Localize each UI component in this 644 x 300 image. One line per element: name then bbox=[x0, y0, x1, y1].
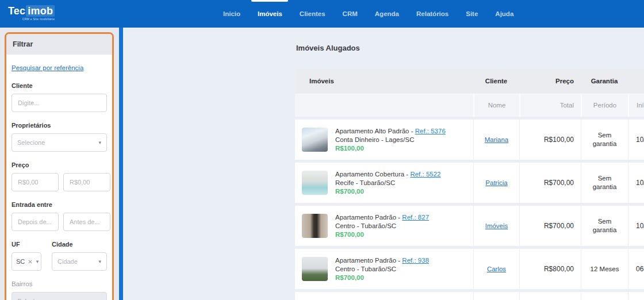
sidebar-scrollbar[interactable] bbox=[119, 28, 123, 300]
table-row[interactable]: Apartamento Padrão - Ref.: 827 Centro - … bbox=[295, 206, 644, 246]
remove-tag-icon[interactable]: ✕ bbox=[28, 259, 32, 265]
nav-item-agenda[interactable]: Agenda bbox=[375, 0, 399, 28]
logo-part-imob: imob bbox=[26, 5, 55, 17]
guarantee-value: Sem garantia bbox=[581, 174, 628, 191]
preco-max-input[interactable] bbox=[63, 173, 110, 191]
table-row[interactable]: Apartamento Padrão - Ref.: 957 bbox=[295, 292, 644, 300]
property-photo bbox=[302, 257, 328, 281]
subcol-nome: Nome bbox=[473, 94, 519, 117]
filter-panel-title: Filtrar bbox=[6, 34, 112, 55]
proprietarios-select-value: Selecione bbox=[17, 139, 98, 146]
bairros-select-value: Selecione bbox=[17, 298, 95, 300]
uf-label: UF bbox=[12, 241, 41, 248]
nav-item-imoveis[interactable]: Imóveis bbox=[258, 0, 282, 28]
subcol-periodo: Período bbox=[581, 94, 628, 117]
app-logo[interactable]: Tecimob CRM e Site Imobiliário bbox=[8, 5, 55, 21]
bairros-label: Bairros bbox=[12, 280, 107, 287]
uf-select[interactable]: SC ✕ ▾ bbox=[12, 252, 41, 271]
client-link[interactable]: Mariana bbox=[485, 136, 509, 143]
col-header-imoveis: Imóveis bbox=[295, 69, 473, 93]
main-nav: Inicio Imóveis Clientes CRM Agenda Relat… bbox=[223, 0, 513, 28]
guarantee-value: Sem garantia bbox=[581, 217, 628, 234]
total-value: R$700,00 bbox=[544, 179, 574, 187]
client-link[interactable]: Carlos bbox=[487, 266, 506, 272]
total-value: R$100,00 bbox=[544, 136, 574, 144]
top-navbar: Tecimob CRM e Site Imobiliário Inicio Im… bbox=[0, 0, 644, 28]
total-value: R$700,00 bbox=[544, 222, 574, 230]
total-value: R$800,00 bbox=[544, 265, 574, 273]
entrada-entre-label: Entrada entre bbox=[12, 201, 107, 208]
guarantee-value: Sem garantia bbox=[581, 131, 628, 148]
start-date: 06 bbox=[636, 265, 643, 273]
nav-item-crm[interactable]: CRM bbox=[343, 0, 358, 28]
guarantee-value: 12 Meses bbox=[582, 265, 627, 274]
bairros-select[interactable]: Selecione ⌄ bbox=[12, 292, 107, 300]
preco-min-input[interactable] bbox=[12, 173, 59, 191]
logo-part-tec: Tec bbox=[8, 5, 25, 17]
col-header-garantia: Garantia bbox=[581, 69, 628, 93]
dropdown-arrow-icon: ▾ bbox=[98, 140, 101, 145]
nav-item-clientes[interactable]: Clientes bbox=[300, 0, 325, 28]
property-photo bbox=[302, 171, 328, 195]
table-row[interactable]: Apartamento Alto Padrão - Ref.: 5376 Con… bbox=[295, 120, 644, 160]
property-ref-link[interactable]: Ref.: 938 bbox=[402, 257, 429, 264]
property-name: Apartamento Cobertura - bbox=[335, 171, 408, 178]
chevron-down-icon: ⌄ bbox=[94, 298, 102, 300]
dropdown-arrow-icon: ▾ bbox=[36, 259, 39, 264]
property-name: Apartamento Alto Padrão - bbox=[335, 128, 413, 134]
subcol-total: Total bbox=[519, 94, 581, 117]
table-row[interactable]: Apartamento Padrão - Ref.: 938 Centro - … bbox=[295, 249, 644, 289]
property-price: R$700,00 bbox=[335, 274, 429, 282]
property-location: Centro - Tubarão/SC bbox=[335, 222, 429, 230]
entrada-depois-input[interactable] bbox=[12, 213, 59, 231]
col-header-cliente: Cliente bbox=[473, 69, 519, 93]
nav-item-inicio[interactable]: Inicio bbox=[223, 0, 240, 28]
col-header-extra bbox=[628, 69, 644, 93]
property-photo bbox=[302, 214, 328, 238]
active-tab-indicator bbox=[251, 0, 288, 2]
subcol-empty bbox=[295, 94, 473, 117]
property-info: Apartamento Alto Padrão - Ref.: 5376 Con… bbox=[335, 127, 446, 153]
cliente-label: Cliente bbox=[12, 82, 107, 89]
property-price: R$700,00 bbox=[335, 187, 440, 196]
property-info: Apartamento Padrão - Ref.: 827 Centro - … bbox=[335, 213, 429, 239]
property-ref-link[interactable]: Ref.: 827 bbox=[402, 214, 429, 221]
property-ref-link[interactable]: Ref.: 5522 bbox=[410, 171, 440, 178]
proprietarios-label: Proprietários bbox=[12, 122, 107, 129]
proprietarios-select[interactable]: Selecione ▾ bbox=[12, 133, 107, 152]
start-date: 10/ bbox=[636, 136, 644, 144]
col-header-preco: Preço bbox=[519, 69, 581, 93]
table-header-row: Imóveis Cliente Preço Garantia bbox=[295, 69, 644, 93]
client-link[interactable]: Patricia bbox=[485, 179, 507, 186]
property-location: Conta Dinheiro - Lages/SC bbox=[335, 136, 446, 144]
dropdown-arrow-icon: ▾ bbox=[98, 259, 101, 264]
cliente-input[interactable] bbox=[12, 94, 107, 112]
nav-item-imoveis-label: Imóveis bbox=[258, 10, 282, 17]
property-info: Apartamento Cobertura - Ref.: 5522 Recif… bbox=[335, 170, 440, 196]
cidade-label: Cidade bbox=[52, 241, 107, 248]
property-name: Apartamento Padrão - bbox=[335, 257, 400, 264]
nav-item-relatorios[interactable]: Relatórios bbox=[416, 0, 448, 28]
property-info: Apartamento Padrão - Ref.: 938 Centro - … bbox=[335, 256, 429, 282]
page-title: Imóveis Alugados bbox=[296, 44, 360, 52]
nav-item-ajuda[interactable]: Ajuda bbox=[495, 0, 513, 28]
cidade-select[interactable]: Cidade ▾ bbox=[52, 252, 107, 271]
client-link[interactable]: Imóveis bbox=[485, 222, 508, 229]
table-row[interactable]: Apartamento Cobertura - Ref.: 5522 Recif… bbox=[295, 163, 644, 203]
filter-body: Pesquisar por referência Cliente Proprie… bbox=[6, 55, 112, 300]
property-ref-link[interactable]: Ref.: 5376 bbox=[415, 128, 446, 134]
filter-sidebar: Filtrar Pesquisar por referência Cliente… bbox=[0, 28, 119, 300]
start-date: 10/ bbox=[636, 222, 644, 230]
entrada-antes-input[interactable] bbox=[63, 213, 110, 231]
filter-panel: Filtrar Pesquisar por referência Cliente… bbox=[5, 32, 114, 300]
nav-item-site[interactable]: Site bbox=[466, 0, 478, 28]
table-subheader-row: Nome Total Período Início bbox=[295, 94, 644, 117]
logo-tagline: CRM e Site Imobiliário bbox=[8, 17, 55, 21]
property-location: Recife - Tubarão/SC bbox=[335, 179, 440, 187]
main-content: Imóveis Alugados Imóveis Cliente Preço G… bbox=[123, 28, 644, 300]
rented-properties-table: Imóveis Cliente Preço Garantia Nome Tota… bbox=[295, 69, 644, 300]
property-name: Apartamento Padrão - bbox=[335, 214, 400, 221]
search-by-reference-link[interactable]: Pesquisar por referência bbox=[12, 64, 83, 71]
uf-select-value: SC bbox=[16, 258, 25, 265]
preco-label: Preço bbox=[12, 161, 107, 168]
